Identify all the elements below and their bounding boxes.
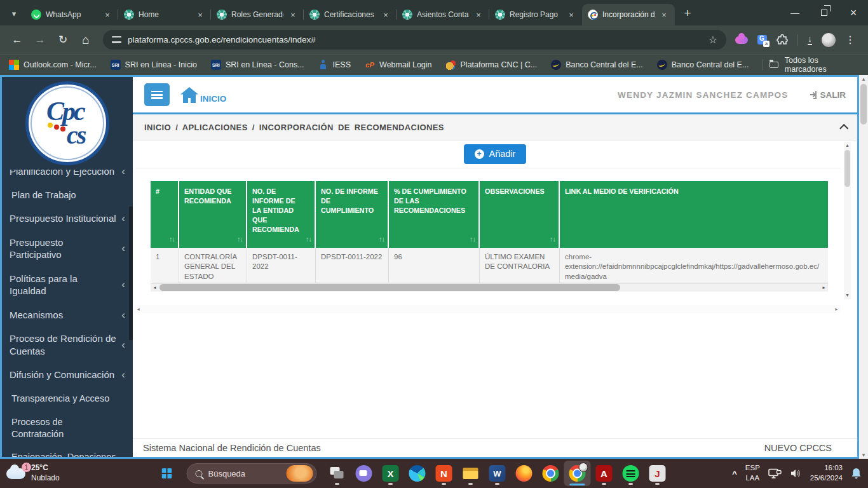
tab-search-button[interactable]: ▾ (5, 4, 23, 22)
tab-close-icon[interactable]: × (473, 10, 484, 20)
network-icon[interactable] (768, 468, 782, 479)
table-header-cell[interactable]: NO. DE INFORME DE LA ENTIDAD QUE RECOMIE… (247, 181, 316, 248)
scrollbar-thumb[interactable] (860, 84, 867, 125)
browser-menu-icon[interactable]: ⋮ (845, 34, 855, 46)
taskbar-app[interactable] (591, 461, 618, 486)
browser-tab[interactable]: Certificaciones × (304, 4, 397, 25)
browser-tab[interactable]: Incorporación de × (582, 4, 675, 25)
add-button[interactable]: + Añadir (464, 144, 527, 164)
weather-extension-icon[interactable] (735, 36, 748, 44)
bookmark-item[interactable]: Banco Central del E... (551, 60, 643, 70)
sort-icon[interactable]: ↑↓ (379, 234, 384, 244)
extensions-puzzle-icon[interactable] (776, 34, 788, 46)
hamburger-menu-button[interactable] (144, 83, 170, 106)
scroll-up-icon[interactable]: ▴ (844, 142, 851, 149)
sidebar-item[interactable]: Plan de Trabajo ‹ (2, 184, 133, 207)
browser-tab[interactable]: Asientos Contab × (397, 4, 489, 25)
sidebar-item[interactable]: Enajenación, Donaciones y Expropiaciones… (2, 445, 133, 457)
tab-close-icon[interactable]: × (195, 10, 205, 20)
sidebar-item[interactable]: Procesos de Contratación ‹ (2, 410, 133, 446)
scroll-right-icon[interactable]: ▸ (832, 305, 841, 313)
taskbar-app[interactable] (618, 461, 644, 486)
table-horizontal-scrollbar[interactable]: ◂ ▸ (151, 283, 828, 292)
scrollbar-thumb[interactable] (844, 150, 850, 187)
back-button[interactable]: ← (6, 30, 28, 50)
weather-widget[interactable]: 1 25°C Nublado (6, 459, 60, 488)
sort-icon[interactable]: ↑↓ (550, 234, 555, 244)
taskbar-app[interactable] (404, 461, 431, 486)
table-header-cell[interactable]: # ↑↓ (151, 181, 179, 248)
sort-icon[interactable]: ↑↓ (169, 234, 175, 244)
sidebar-item[interactable]: Difusión y Comunicación ‹ (2, 363, 133, 387)
table-cell-link[interactable]: chrome-extension://efaidnbmnnnibpcajpcgl… (560, 248, 828, 283)
sidebar-item[interactable]: Transparencia y Acceso ‹ (2, 387, 133, 410)
tab-close-icon[interactable]: × (288, 10, 298, 20)
notification-bell-icon[interactable] (851, 468, 862, 480)
taskbar-app[interactable] (431, 461, 458, 486)
url-bar[interactable]: plataforma.cpccs.gob.ec/rendicioncuentas… (103, 30, 726, 50)
sidebar-item[interactable]: Proceso de Rendición de Cuentas ‹ (2, 327, 133, 363)
translate-icon[interactable] (757, 35, 767, 44)
keyboard-language[interactable]: ESPLAA (745, 463, 760, 483)
scroll-up-icon[interactable]: ▴ (859, 76, 868, 82)
taskbar-app[interactable] (644, 461, 671, 486)
bookmark-item[interactable]: SRI en Línea - Cons... (211, 60, 304, 70)
taskbar-app[interactable] (511, 461, 538, 486)
all-bookmarks[interactable]: Todos los marcadores (763, 56, 859, 74)
taskbar-app[interactable] (377, 461, 404, 486)
downloads-icon[interactable]: ↓ (808, 34, 812, 45)
close-button[interactable]: × (839, 0, 868, 25)
sort-icon[interactable]: ↑↓ (470, 234, 475, 244)
sort-icon[interactable]: ↑↓ (306, 234, 311, 244)
start-button[interactable] (154, 461, 180, 486)
table-header-cell[interactable]: OBSERVACIONES ↑↓ (480, 181, 560, 248)
profile-avatar[interactable] (822, 33, 836, 47)
sidebar-item[interactable]: Políticas para la Igualdad ‹ (2, 267, 133, 303)
scroll-down-icon[interactable]: ▾ (859, 452, 868, 458)
browser-tab[interactable]: Roles Generados × (211, 4, 304, 25)
new-tab-button[interactable]: + (679, 4, 696, 22)
bookmark-item[interactable]: Outlook.com - Micr... (9, 60, 97, 70)
home-link[interactable]: INICIO (180, 86, 226, 104)
scrollbar-thumb[interactable] (159, 284, 620, 291)
collapse-chevron-icon[interactable] (839, 124, 848, 133)
sidebar-scrollbar-thumb[interactable] (129, 207, 133, 340)
restore-button[interactable] (810, 0, 839, 25)
taskbar-search[interactable]: Búsqueda (187, 463, 317, 484)
tab-close-icon[interactable]: × (102, 10, 112, 20)
taskbar-app[interactable] (564, 461, 591, 486)
table-header-cell[interactable]: LINK AL MEDIO DE VERIFICACIÓN ↑↓ (560, 181, 828, 248)
scroll-down-icon[interactable]: ▾ (844, 292, 851, 299)
bookmark-item[interactable]: Plataforma CNC | C... (446, 60, 538, 70)
site-settings-icon[interactable] (112, 36, 121, 43)
browser-tab[interactable]: Home × (118, 4, 211, 25)
table-header-cell[interactable]: NO. DE INFORME DE CUMPLIMIENTO ↑↓ (316, 181, 389, 248)
logout-button[interactable]: SALIR (806, 90, 846, 100)
sidebar-item[interactable]: Presupuesto Institucional ‹ (2, 207, 133, 231)
scroll-right-icon[interactable]: ▸ (820, 283, 828, 292)
bookmark-item[interactable]: IESS (318, 60, 351, 70)
taskbar-app[interactable] (324, 461, 351, 486)
table-header-cell[interactable]: ENTIDAD QUE RECOMIENDA ↑↓ (179, 181, 247, 248)
taskbar-app[interactable] (538, 461, 564, 486)
hidden-icons-chevron[interactable]: ^ (732, 469, 737, 478)
forward-button[interactable]: → (29, 30, 51, 50)
minimize-button[interactable]: — (780, 0, 810, 25)
sort-icon[interactable]: ↑↓ (237, 234, 243, 244)
outer-horizontal-scrollbar[interactable]: ◂ ▸ (134, 305, 841, 313)
taskbar-app[interactable] (458, 461, 484, 486)
sidebar-item[interactable]: Presupuesto Participativo ‹ (2, 231, 133, 267)
taskbar-app[interactable] (484, 461, 511, 486)
bookmark-item[interactable]: Webmail Login (365, 60, 431, 70)
bookmark-item[interactable]: Banco Central del E... (657, 60, 749, 70)
volume-icon[interactable] (790, 468, 802, 478)
browser-home-button[interactable]: ⌂ (75, 30, 97, 50)
browser-tab[interactable]: Registro Pago × (489, 4, 582, 25)
bookmark-item[interactable]: SRI en Línea - Inicio (111, 60, 197, 70)
clock[interactable]: 16:0325/6/2024 (810, 463, 843, 483)
bookmark-star-icon[interactable]: ☆ (709, 34, 717, 46)
taskbar-app[interactable] (351, 461, 377, 486)
sidebar-item[interactable]: Mecanismos ‹ (2, 303, 133, 327)
inner-vertical-scrollbar[interactable]: ▴ ▾ (844, 142, 851, 299)
tab-close-icon[interactable]: × (381, 10, 391, 20)
